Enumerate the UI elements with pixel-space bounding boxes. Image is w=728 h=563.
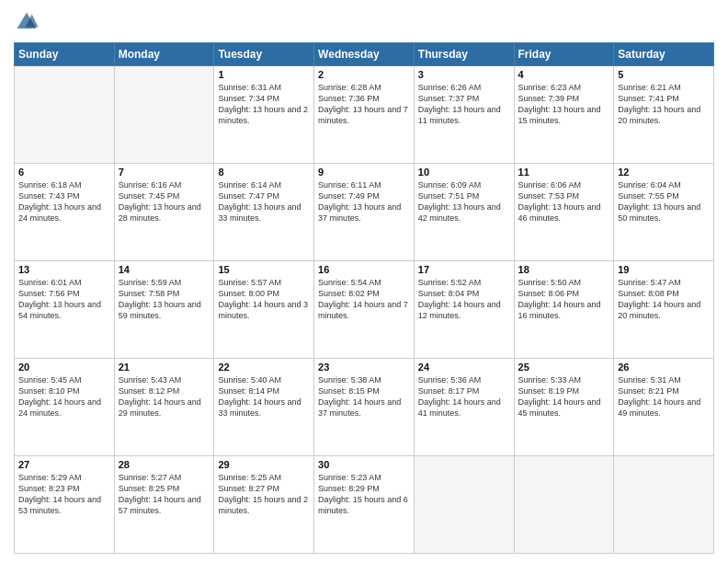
day-info: Daylight: 14 hours and 7 minutes. bbox=[318, 299, 410, 321]
day-info: Sunset: 8:02 PM bbox=[318, 288, 410, 299]
calendar-header-wednesday: Wednesday bbox=[314, 43, 415, 66]
calendar-cell: 21Sunrise: 5:43 AMSunset: 8:12 PMDayligh… bbox=[114, 359, 214, 456]
day-info: Sunset: 8:04 PM bbox=[418, 288, 510, 299]
day-info: Sunrise: 6:26 AM bbox=[418, 82, 510, 93]
calendar-cell: 9Sunrise: 6:11 AMSunset: 7:49 PMDaylight… bbox=[314, 164, 415, 261]
day-info: Sunrise: 5:47 AM bbox=[618, 277, 710, 288]
day-number: 1 bbox=[218, 69, 310, 80]
day-info: Daylight: 13 hours and 59 minutes. bbox=[119, 299, 210, 321]
day-number: 17 bbox=[418, 264, 510, 275]
day-info: Daylight: 13 hours and 11 minutes. bbox=[418, 104, 510, 126]
day-info: Sunrise: 5:33 AM bbox=[518, 374, 610, 385]
day-info: Daylight: 13 hours and 42 minutes. bbox=[418, 201, 510, 224]
day-info: Sunrise: 5:43 AM bbox=[119, 374, 210, 385]
week-row-1: 6Sunrise: 6:18 AMSunset: 7:43 PMDaylight… bbox=[15, 164, 714, 261]
day-info: Daylight: 13 hours and 28 minutes. bbox=[119, 201, 210, 224]
day-number: 15 bbox=[218, 264, 310, 275]
day-info: Daylight: 13 hours and 33 minutes. bbox=[218, 201, 310, 224]
day-info: Daylight: 13 hours and 20 minutes. bbox=[618, 104, 710, 126]
calendar-cell: 29Sunrise: 5:25 AMSunset: 8:27 PMDayligh… bbox=[214, 456, 314, 554]
day-info: Sunset: 7:45 PM bbox=[119, 190, 210, 201]
day-info: Sunset: 8:25 PM bbox=[119, 483, 210, 494]
calendar-cell: 1Sunrise: 6:31 AMSunset: 7:34 PMDaylight… bbox=[214, 66, 314, 164]
day-info: Sunset: 7:36 PM bbox=[318, 93, 410, 104]
day-info: Sunrise: 6:31 AM bbox=[218, 82, 310, 93]
day-number: 7 bbox=[119, 167, 210, 178]
day-info: Sunset: 7:55 PM bbox=[618, 190, 710, 201]
day-info: Sunrise: 5:50 AM bbox=[518, 277, 610, 288]
day-info: Sunset: 7:34 PM bbox=[218, 93, 310, 104]
day-info: Daylight: 14 hours and 49 minutes. bbox=[618, 396, 710, 419]
calendar-cell: 13Sunrise: 6:01 AMSunset: 7:56 PMDayligh… bbox=[15, 261, 115, 359]
calendar-cell: 2Sunrise: 6:28 AMSunset: 7:36 PMDaylight… bbox=[314, 66, 415, 164]
calendar-table: SundayMondayTuesdayWednesdayThursdayFrid… bbox=[14, 42, 714, 554]
day-info: Sunrise: 6:04 AM bbox=[618, 179, 710, 190]
day-info: Daylight: 14 hours and 41 minutes. bbox=[418, 396, 510, 419]
page: SundayMondayTuesdayWednesdayThursdayFrid… bbox=[0, 0, 728, 563]
day-number: 28 bbox=[119, 459, 210, 470]
day-number: 16 bbox=[318, 264, 410, 275]
day-info: Daylight: 14 hours and 33 minutes. bbox=[218, 396, 310, 419]
day-number: 10 bbox=[418, 167, 510, 178]
day-info: Sunset: 8:21 PM bbox=[618, 385, 710, 396]
day-info: Sunrise: 5:29 AM bbox=[18, 472, 110, 483]
day-number: 27 bbox=[18, 459, 110, 470]
day-info: Sunset: 8:14 PM bbox=[218, 385, 310, 396]
day-info: Sunset: 7:49 PM bbox=[318, 190, 410, 201]
calendar-cell: 26Sunrise: 5:31 AMSunset: 8:21 PMDayligh… bbox=[614, 359, 714, 456]
calendar-cell: 12Sunrise: 6:04 AMSunset: 7:55 PMDayligh… bbox=[614, 164, 714, 261]
day-info: Sunrise: 6:23 AM bbox=[518, 82, 610, 93]
day-info: Daylight: 13 hours and 7 minutes. bbox=[318, 104, 410, 126]
calendar-header-monday: Monday bbox=[114, 43, 214, 66]
day-info: Daylight: 14 hours and 12 minutes. bbox=[418, 299, 510, 321]
calendar-cell: 22Sunrise: 5:40 AMSunset: 8:14 PMDayligh… bbox=[214, 359, 314, 456]
day-number: 11 bbox=[518, 167, 610, 178]
calendar-cell: 11Sunrise: 6:06 AMSunset: 7:53 PMDayligh… bbox=[514, 164, 614, 261]
day-info: Sunset: 7:39 PM bbox=[518, 93, 610, 104]
day-info: Daylight: 14 hours and 45 minutes. bbox=[518, 396, 610, 419]
day-info: Sunrise: 6:11 AM bbox=[318, 179, 410, 190]
day-info: Sunset: 8:19 PM bbox=[518, 385, 610, 396]
day-number: 25 bbox=[518, 362, 610, 373]
day-info: Sunrise: 6:01 AM bbox=[18, 277, 110, 288]
day-info: Sunset: 7:58 PM bbox=[119, 288, 210, 299]
day-info: Daylight: 14 hours and 37 minutes. bbox=[318, 396, 410, 419]
calendar-header-row: SundayMondayTuesdayWednesdayThursdayFrid… bbox=[15, 43, 714, 66]
calendar-cell bbox=[15, 66, 115, 164]
day-info: Daylight: 13 hours and 37 minutes. bbox=[318, 201, 410, 224]
day-info: Sunset: 7:51 PM bbox=[418, 190, 510, 201]
day-info: Sunset: 7:47 PM bbox=[218, 190, 310, 201]
day-number: 22 bbox=[218, 362, 310, 373]
day-info: Sunset: 8:00 PM bbox=[218, 288, 310, 299]
day-info: Sunrise: 6:16 AM bbox=[119, 179, 210, 190]
day-info: Daylight: 13 hours and 46 minutes. bbox=[518, 201, 610, 224]
day-number: 5 bbox=[618, 69, 710, 80]
calendar-cell: 20Sunrise: 5:45 AMSunset: 8:10 PMDayligh… bbox=[15, 359, 115, 456]
day-info: Sunrise: 5:27 AM bbox=[119, 472, 210, 483]
calendar-cell: 23Sunrise: 5:38 AMSunset: 8:15 PMDayligh… bbox=[314, 359, 415, 456]
calendar-header-thursday: Thursday bbox=[414, 43, 514, 66]
day-info: Sunset: 8:12 PM bbox=[119, 385, 210, 396]
day-info: Sunrise: 6:06 AM bbox=[518, 179, 610, 190]
day-number: 3 bbox=[418, 69, 510, 80]
calendar-cell: 18Sunrise: 5:50 AMSunset: 8:06 PMDayligh… bbox=[514, 261, 614, 359]
day-info: Sunset: 8:08 PM bbox=[618, 288, 710, 299]
week-row-0: 1Sunrise: 6:31 AMSunset: 7:34 PMDaylight… bbox=[15, 66, 714, 164]
calendar-header-sunday: Sunday bbox=[15, 43, 115, 66]
day-number: 29 bbox=[218, 459, 310, 470]
calendar-cell: 5Sunrise: 6:21 AMSunset: 7:41 PMDaylight… bbox=[614, 66, 714, 164]
day-info: Sunset: 7:37 PM bbox=[418, 93, 510, 104]
day-info: Sunrise: 6:14 AM bbox=[218, 179, 310, 190]
day-info: Daylight: 13 hours and 54 minutes. bbox=[18, 299, 110, 321]
day-number: 20 bbox=[18, 362, 110, 373]
day-info: Sunrise: 5:38 AM bbox=[318, 374, 410, 385]
calendar-cell: 16Sunrise: 5:54 AMSunset: 8:02 PMDayligh… bbox=[314, 261, 415, 359]
calendar-cell: 7Sunrise: 6:16 AMSunset: 7:45 PMDaylight… bbox=[114, 164, 214, 261]
day-number: 19 bbox=[618, 264, 710, 275]
day-info: Sunrise: 5:23 AM bbox=[318, 472, 410, 483]
day-info: Daylight: 13 hours and 50 minutes. bbox=[618, 201, 710, 224]
day-info: Daylight: 14 hours and 29 minutes. bbox=[119, 396, 210, 419]
day-info: Sunrise: 5:52 AM bbox=[418, 277, 510, 288]
calendar-cell bbox=[114, 66, 214, 164]
day-info: Sunrise: 5:59 AM bbox=[119, 277, 210, 288]
